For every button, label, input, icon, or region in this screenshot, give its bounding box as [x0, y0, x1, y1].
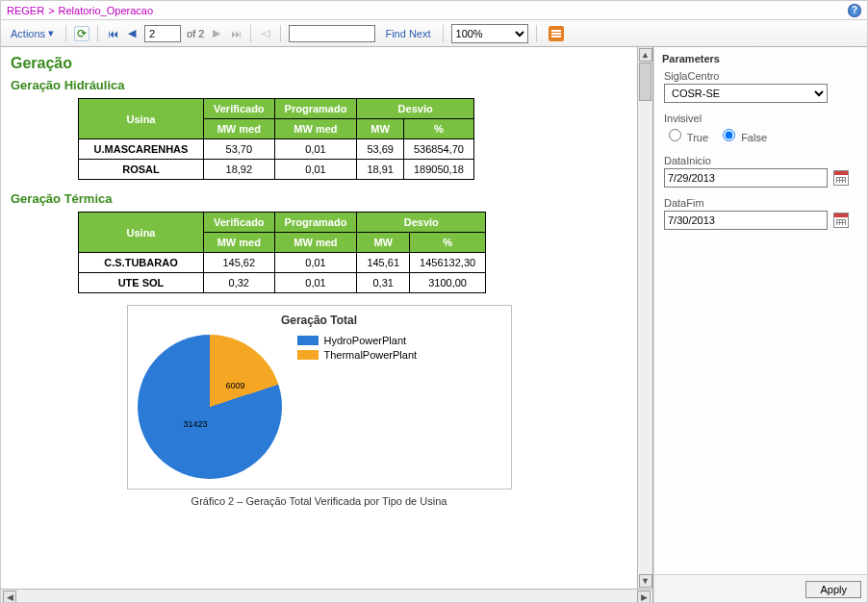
cell-dmw: 0,31	[357, 273, 410, 293]
parameters-footer: Apply	[654, 574, 867, 603]
col-prog-unit: MW med	[274, 119, 357, 139]
parameters-panel: Parameters SiglaCentro COSR-SE Invisivel…	[653, 47, 867, 603]
radio-true-input[interactable]	[669, 129, 681, 141]
toolbar-sep	[97, 25, 98, 42]
cell-ver: 18,92	[204, 160, 275, 180]
pie-chart: 6009 31423	[138, 335, 282, 479]
zoom-select[interactable]: 100%	[451, 24, 528, 43]
col-dpct-unit: %	[403, 119, 473, 139]
hydro-title: Geração Hidráulica	[11, 78, 627, 92]
cell-ver: 53,70	[204, 139, 275, 160]
cell-prog: 0,01	[274, 139, 357, 160]
datainicio-input[interactable]	[664, 168, 828, 188]
col-programado: Programado	[274, 99, 357, 119]
cell-dmw: 53,69	[357, 139, 404, 160]
back-icon[interactable]: ◁	[259, 24, 272, 43]
apply-button[interactable]: Apply	[805, 581, 861, 598]
cell-dmw: 145,61	[357, 253, 410, 273]
cell-dpct: 536854,70	[403, 139, 473, 160]
chart-legend: HydroPowerPlant ThermalPowerPlant	[297, 335, 418, 364]
table-row: U.MASCARENHAS 53,70 0,01 53,69 536854,70	[79, 139, 474, 160]
param-datafim: DataFim	[664, 197, 857, 230]
toolbar-sep	[65, 25, 66, 42]
table-row: ROSAL 18,92 0,01 18,91 189050,18	[79, 160, 474, 180]
toolbar-sep	[250, 25, 251, 42]
siglacentro-select[interactable]: COSR-SE	[664, 84, 828, 103]
toolbar-sep	[536, 25, 537, 42]
param-label: Invisivel	[664, 113, 857, 124]
cell-name: U.MASCARENHAS	[79, 139, 204, 160]
radio-true-label: True	[687, 132, 708, 143]
param-label: SiglaCentro	[664, 70, 857, 82]
actions-menu[interactable]: Actions ▾	[7, 24, 58, 43]
col-ver-unit: MW med	[204, 119, 275, 139]
col-desvio: Desvio	[357, 99, 474, 119]
report-scroll[interactable]: Geração Geração Hidráulica Usina Verific…	[1, 47, 637, 589]
col-prog-unit: MW med	[274, 233, 357, 253]
page-of-label: of 2	[187, 28, 204, 39]
datafim-input[interactable]	[664, 211, 828, 230]
legend-item: HydroPowerPlant	[297, 335, 418, 346]
cell-name: ROSAL	[79, 160, 204, 180]
horizontal-scrollbar[interactable]: ◀ ▶	[1, 589, 652, 603]
pie-label-big: 31423	[184, 419, 208, 429]
toolbar-sep	[280, 25, 281, 42]
radio-true[interactable]: True	[664, 126, 708, 143]
breadcrumb-sep: >	[48, 1, 54, 20]
find-next-button[interactable]: Find Next	[381, 24, 434, 43]
report-area: Geração Geração Hidráulica Usina Verific…	[1, 47, 653, 603]
scroll-down-icon[interactable]: ▼	[639, 574, 652, 588]
help-icon[interactable]: ?	[848, 4, 861, 17]
actions-label: Actions	[11, 28, 45, 39]
col-programado: Programado	[274, 213, 357, 233]
export-icon	[549, 26, 564, 41]
report-title: Geração	[11, 55, 627, 72]
refresh-icon[interactable]: ⟳	[74, 26, 89, 41]
export-button[interactable]	[545, 24, 568, 43]
thermal-title: Geração Térmica	[11, 191, 627, 206]
radio-false[interactable]: False	[718, 126, 767, 143]
param-siglacentro: SiglaCentro COSR-SE	[664, 70, 857, 103]
cell-prog: 0,01	[274, 253, 357, 273]
radio-false-input[interactable]	[723, 129, 735, 141]
scroll-thumb[interactable]	[639, 63, 651, 101]
cell-dmw: 18,91	[357, 160, 404, 180]
param-invisivel: Invisivel True False	[664, 113, 857, 145]
calendar-icon[interactable]	[833, 170, 849, 186]
table-row: UTE SOL 0,32 0,01 0,31 3100,00	[79, 273, 486, 293]
legend-label: ThermalPowerPlant	[324, 349, 418, 361]
last-page-icon[interactable]: ⏭	[229, 24, 243, 43]
scroll-right-icon[interactable]: ▶	[637, 590, 651, 604]
next-page-icon[interactable]: ▶	[210, 24, 223, 43]
col-usina: Usina	[79, 99, 204, 139]
cell-dpct: 1456132,30	[410, 253, 486, 273]
prev-page-icon[interactable]: ◀	[125, 24, 139, 43]
toolbar-sep	[443, 25, 444, 42]
col-dmw-unit: MW	[357, 233, 410, 253]
col-verificado: Verificado	[204, 99, 275, 119]
cell-prog: 0,01	[274, 273, 357, 293]
calendar-icon[interactable]	[833, 213, 849, 228]
cell-prog: 0,01	[274, 160, 357, 180]
first-page-icon[interactable]: ⏮	[106, 24, 119, 43]
cell-name: UTE SOL	[79, 273, 204, 293]
report-toolbar: Actions ▾ ⟳ ⏮ ◀ of 2 ▶ ⏭ ◁ Find Next 100…	[1, 20, 867, 47]
table-row: C.S.TUBARAO 145,62 0,01 145,61 1456132,3…	[79, 253, 486, 273]
col-verificado: Verificado	[204, 213, 275, 233]
scroll-up-icon[interactable]: ▲	[639, 48, 652, 62]
chevron-down-icon: ▾	[48, 27, 54, 39]
col-dmw-unit: MW	[357, 119, 404, 139]
find-input[interactable]	[289, 25, 375, 42]
breadcrumb-current[interactable]: Relatorio_Operacao	[59, 1, 153, 20]
parameters-title: Parameters	[654, 47, 867, 66]
col-usina: Usina	[79, 213, 204, 253]
chart-title: Geração Total	[138, 314, 501, 327]
breadcrumb: REGER > Relatorio_Operacao ?	[1, 1, 867, 20]
scroll-left-icon[interactable]: ◀	[3, 590, 16, 604]
hydro-table: Usina Verificado Programado Desvio MW me…	[78, 98, 474, 180]
pie-label-small: 6009	[226, 381, 245, 390]
breadcrumb-root[interactable]: REGER	[7, 1, 44, 20]
vertical-scrollbar[interactable]: ▲ ▼	[637, 47, 652, 589]
page-input[interactable]	[144, 25, 181, 42]
cell-ver: 0,32	[204, 273, 275, 293]
